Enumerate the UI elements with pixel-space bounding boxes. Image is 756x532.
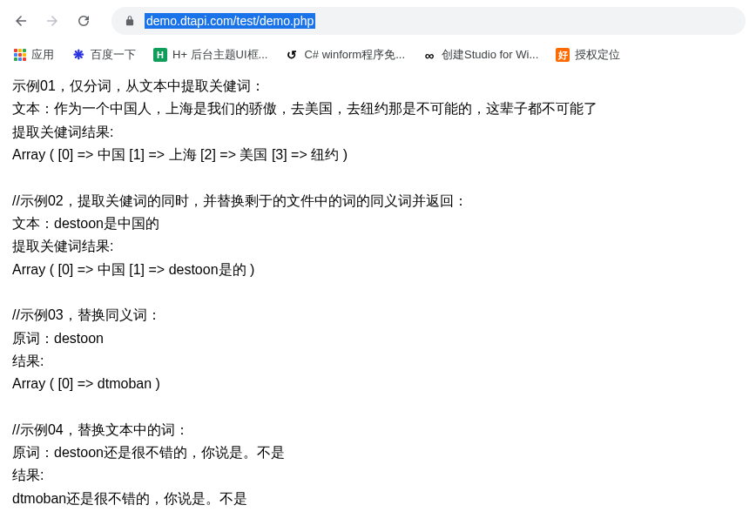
ex1-result-label: 提取关健词结果: <box>12 121 744 144</box>
reload-button[interactable] <box>73 10 94 31</box>
bookmark-label: H+ 后台主题UI框... <box>172 47 267 63</box>
ex2-text: 文本：destoon是中国的 <box>12 212 744 235</box>
ex3-text: 原词：destoon <box>12 327 744 350</box>
reload-icon <box>76 13 91 29</box>
spacer <box>12 396 744 419</box>
forward-button[interactable] <box>42 10 63 31</box>
bookmark-label: C# winform程序免... <box>304 47 405 63</box>
h-icon: H <box>153 48 167 62</box>
ex1-text: 文本：作为一个中国人，上海是我们的骄傲，去美国，去纽约那是不可能的，这辈子都不可… <box>12 98 744 120</box>
bookmark-baidu[interactable]: ❋ 百度一下 <box>71 47 136 63</box>
bookmark-label: 创建Studio for Wi... <box>442 47 538 63</box>
page-content: 示例01，仅分词，从文本中提取关健词： 文本：作为一个中国人，上海是我们的骄傲，… <box>0 68 756 517</box>
ex2-result-label: 提取关健词结果: <box>12 235 744 258</box>
apps-label: 应用 <box>31 47 54 63</box>
ex3-title: //示例03，替换同义词： <box>12 304 744 327</box>
apps-icon <box>14 49 26 61</box>
spacer <box>12 167 744 190</box>
apps-button[interactable]: 应用 <box>14 47 54 63</box>
ex4-result-label: 结果: <box>12 464 744 487</box>
bookmark-csharp[interactable]: ↺ C# winform程序免... <box>285 47 405 63</box>
studio-icon: ∞ <box>422 48 436 62</box>
csharp-icon: ↺ <box>285 48 299 62</box>
url-text: demo.dtapi.com/test/demo.php <box>145 13 315 29</box>
ex2-title: //示例02，提取关健词的同时，并替换剩于的文件中的词的同义词并返回： <box>12 190 744 212</box>
lock-icon <box>124 15 136 27</box>
ex4-result: dtmoban还是很不错的，你说是。不是 <box>12 488 744 510</box>
arrow-left-icon <box>13 13 29 29</box>
ex3-result-label: 结果: <box>12 350 744 373</box>
bookmarks-bar: 应用 ❋ 百度一下 H H+ 后台主题UI框... ↺ C# winform程序… <box>0 42 756 68</box>
bookmark-studio[interactable]: ∞ 创建Studio for Wi... <box>422 47 538 63</box>
ex1-result: Array ( [0] => 中国 [1] => 上海 [2] => 美国 [3… <box>12 144 744 166</box>
ex2-result: Array ( [0] => 中国 [1] => destoon是的 ) <box>12 259 744 281</box>
bookmark-label: 授权定位 <box>575 47 620 63</box>
spacer <box>12 281 744 304</box>
bookmark-hplus[interactable]: H H+ 后台主题UI框... <box>153 47 267 63</box>
arrow-right-icon <box>44 13 60 29</box>
browser-toolbar: demo.dtapi.com/test/demo.php <box>0 0 756 42</box>
ex4-text: 原词：destoon还是很不错的，你说是。不是 <box>12 441 744 464</box>
bookmark-label: 百度一下 <box>91 47 136 63</box>
back-button[interactable] <box>10 10 31 31</box>
hao-icon: 好 <box>556 48 570 62</box>
ex4-title: //示例04，替换文本中的词： <box>12 419 744 441</box>
ex3-result: Array ( [0] => dtmoban ) <box>12 373 744 395</box>
baidu-icon: ❋ <box>71 48 85 62</box>
ex1-title: 示例01，仅分词，从文本中提取关健词： <box>12 75 744 98</box>
address-bar[interactable]: demo.dtapi.com/test/demo.php <box>111 7 746 35</box>
bookmark-auth[interactable]: 好 授权定位 <box>556 47 620 63</box>
